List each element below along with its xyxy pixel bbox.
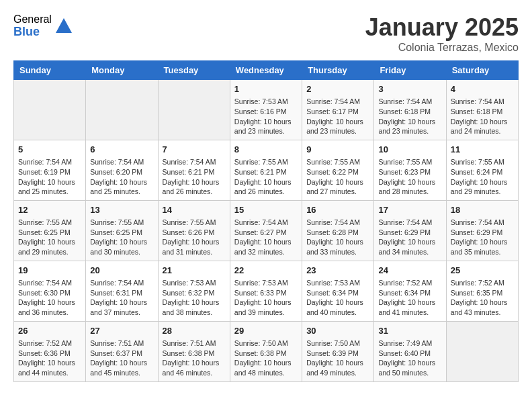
day-info: Sunrise: 7:51 AMSunset: 6:38 PMDaylight:… (163, 338, 226, 378)
header-row: SundayMondayTuesdayWednesdayThursdayFrid… (14, 61, 519, 80)
day-number: 19 (18, 265, 81, 277)
day-info: Sunrise: 7:54 AMSunset: 6:30 PMDaylight:… (18, 278, 81, 318)
day-cell: 28Sunrise: 7:51 AMSunset: 6:38 PMDayligh… (158, 321, 230, 381)
day-info: Sunrise: 7:54 AMSunset: 6:19 PMDaylight:… (18, 157, 81, 197)
day-cell: 25Sunrise: 7:52 AMSunset: 6:35 PMDayligh… (446, 261, 518, 321)
day-info: Sunrise: 7:54 AMSunset: 6:28 PMDaylight:… (306, 218, 369, 257)
day-number: 5 (18, 144, 81, 156)
day-cell: 31Sunrise: 7:49 AMSunset: 6:40 PMDayligh… (374, 321, 446, 381)
day-cell: 13Sunrise: 7:55 AMSunset: 6:25 PMDayligh… (86, 200, 158, 261)
logo-blue: Blue (13, 26, 52, 39)
week-row-4: 26Sunrise: 7:52 AMSunset: 6:36 PMDayligh… (14, 321, 519, 381)
day-info: Sunrise: 7:53 AMSunset: 6:32 PMDaylight:… (163, 278, 226, 318)
day-number: 23 (306, 265, 369, 277)
page-header: General Blue January 2025 Colonia Terraz… (13, 13, 519, 54)
day-cell: 5Sunrise: 7:54 AMSunset: 6:19 PMDaylight… (14, 140, 86, 200)
calendar-table: SundayMondayTuesdayWednesdayThursdayFrid… (13, 60, 519, 382)
day-number: 20 (90, 265, 153, 277)
logo-icon (54, 17, 73, 36)
logo-general: General (13, 13, 52, 26)
day-cell: 14Sunrise: 7:55 AMSunset: 6:26 PMDayligh… (158, 200, 230, 261)
day-info: Sunrise: 7:53 AMSunset: 6:33 PMDaylight:… (234, 278, 298, 318)
title-block: January 2025 Colonia Terrazas, Mexico (365, 13, 519, 54)
day-cell: 6Sunrise: 7:54 AMSunset: 6:20 PMDaylight… (86, 140, 158, 200)
day-number: 30 (306, 325, 369, 337)
day-number: 8 (234, 144, 298, 156)
day-number: 7 (163, 144, 226, 156)
day-info: Sunrise: 7:53 AMSunset: 6:34 PMDaylight:… (306, 278, 369, 318)
location-subtitle: Colonia Terrazas, Mexico (365, 42, 519, 54)
day-info: Sunrise: 7:55 AMSunset: 6:25 PMDaylight:… (18, 218, 81, 257)
col-header-friday: Friday (374, 61, 446, 80)
day-info: Sunrise: 7:50 AMSunset: 6:38 PMDaylight:… (234, 338, 298, 378)
day-cell: 10Sunrise: 7:55 AMSunset: 6:23 PMDayligh… (374, 140, 446, 200)
day-number: 18 (451, 204, 514, 216)
day-number: 6 (90, 144, 153, 156)
day-cell: 1Sunrise: 7:53 AMSunset: 6:16 PMDaylight… (230, 80, 302, 140)
day-cell: 22Sunrise: 7:53 AMSunset: 6:33 PMDayligh… (230, 261, 302, 321)
day-cell: 19Sunrise: 7:54 AMSunset: 6:30 PMDayligh… (14, 261, 86, 321)
day-number: 31 (378, 325, 441, 337)
day-cell: 4Sunrise: 7:54 AMSunset: 6:18 PMDaylight… (446, 80, 518, 140)
col-header-sunday: Sunday (14, 61, 86, 80)
day-number: 29 (234, 325, 298, 337)
day-number: 11 (451, 144, 514, 156)
day-number: 27 (90, 325, 153, 337)
day-info: Sunrise: 7:54 AMSunset: 6:29 PMDaylight:… (451, 218, 514, 257)
day-cell: 20Sunrise: 7:54 AMSunset: 6:31 PMDayligh… (86, 261, 158, 321)
week-row-1: 5Sunrise: 7:54 AMSunset: 6:19 PMDaylight… (14, 140, 519, 200)
day-number: 12 (18, 204, 81, 216)
day-cell: 15Sunrise: 7:54 AMSunset: 6:27 PMDayligh… (230, 200, 302, 261)
day-cell: 9Sunrise: 7:55 AMSunset: 6:22 PMDaylight… (302, 140, 374, 200)
col-header-thursday: Thursday (302, 61, 374, 80)
day-number: 9 (306, 144, 369, 156)
month-title: January 2025 (365, 13, 519, 42)
day-info: Sunrise: 7:54 AMSunset: 6:18 PMDaylight:… (378, 97, 441, 136)
day-info: Sunrise: 7:54 AMSunset: 6:27 PMDaylight:… (234, 218, 298, 257)
day-info: Sunrise: 7:55 AMSunset: 6:22 PMDaylight:… (306, 157, 369, 197)
day-number: 15 (234, 204, 298, 216)
day-info: Sunrise: 7:52 AMSunset: 6:34 PMDaylight:… (378, 278, 441, 318)
day-cell: 23Sunrise: 7:53 AMSunset: 6:34 PMDayligh… (302, 261, 374, 321)
day-cell: 29Sunrise: 7:50 AMSunset: 6:38 PMDayligh… (230, 321, 302, 381)
day-number: 28 (163, 325, 226, 337)
day-cell: 21Sunrise: 7:53 AMSunset: 6:32 PMDayligh… (158, 261, 230, 321)
week-row-3: 19Sunrise: 7:54 AMSunset: 6:30 PMDayligh… (14, 261, 519, 321)
day-cell (86, 80, 158, 140)
day-cell: 7Sunrise: 7:54 AMSunset: 6:21 PMDaylight… (158, 140, 230, 200)
col-header-tuesday: Tuesday (158, 61, 230, 80)
day-info: Sunrise: 7:53 AMSunset: 6:16 PMDaylight:… (234, 97, 298, 136)
day-number: 13 (90, 204, 153, 216)
svg-marker-0 (56, 18, 72, 33)
day-info: Sunrise: 7:50 AMSunset: 6:39 PMDaylight:… (306, 338, 369, 378)
day-info: Sunrise: 7:55 AMSunset: 6:23 PMDaylight:… (378, 157, 441, 197)
day-number: 1 (234, 83, 298, 95)
day-info: Sunrise: 7:54 AMSunset: 6:29 PMDaylight:… (378, 218, 441, 257)
col-header-monday: Monday (86, 61, 158, 80)
day-cell: 27Sunrise: 7:51 AMSunset: 6:37 PMDayligh… (86, 321, 158, 381)
day-cell: 30Sunrise: 7:50 AMSunset: 6:39 PMDayligh… (302, 321, 374, 381)
day-cell: 2Sunrise: 7:54 AMSunset: 6:17 PMDaylight… (302, 80, 374, 140)
day-cell (14, 80, 86, 140)
week-row-0: 1Sunrise: 7:53 AMSunset: 6:16 PMDaylight… (14, 80, 519, 140)
col-header-saturday: Saturday (446, 61, 518, 80)
day-cell: 12Sunrise: 7:55 AMSunset: 6:25 PMDayligh… (14, 200, 86, 261)
day-number: 4 (451, 83, 514, 95)
day-info: Sunrise: 7:54 AMSunset: 6:18 PMDaylight:… (451, 97, 514, 136)
day-number: 17 (378, 204, 441, 216)
day-cell: 26Sunrise: 7:52 AMSunset: 6:36 PMDayligh… (14, 321, 86, 381)
day-number: 14 (163, 204, 226, 216)
day-cell: 24Sunrise: 7:52 AMSunset: 6:34 PMDayligh… (374, 261, 446, 321)
day-number: 3 (378, 83, 441, 95)
day-cell: 17Sunrise: 7:54 AMSunset: 6:29 PMDayligh… (374, 200, 446, 261)
day-cell: 11Sunrise: 7:55 AMSunset: 6:24 PMDayligh… (446, 140, 518, 200)
day-info: Sunrise: 7:55 AMSunset: 6:21 PMDaylight:… (234, 157, 298, 197)
day-number: 16 (306, 204, 369, 216)
day-info: Sunrise: 7:51 AMSunset: 6:37 PMDaylight:… (90, 338, 153, 378)
day-number: 10 (378, 144, 441, 156)
day-cell: 3Sunrise: 7:54 AMSunset: 6:18 PMDaylight… (374, 80, 446, 140)
day-number: 24 (378, 265, 441, 277)
day-info: Sunrise: 7:52 AMSunset: 6:35 PMDaylight:… (451, 278, 514, 318)
day-number: 22 (234, 265, 298, 277)
day-number: 25 (451, 265, 514, 277)
